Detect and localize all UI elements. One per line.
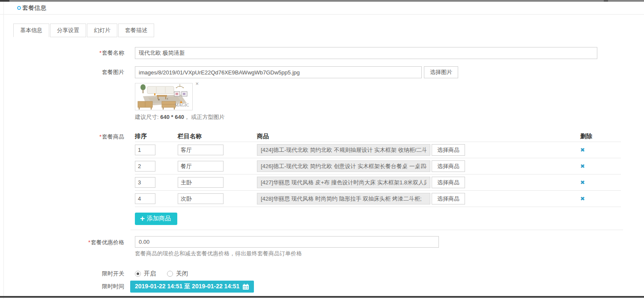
time-limit-switch-label: 限时开关 <box>0 270 124 278</box>
delete-row-icon[interactable]: ✖ <box>580 180 585 185</box>
furniture-scene-image: MAGIC <box>135 83 192 110</box>
products-table-header: 排序 栏目名称 商品 删除 <box>135 131 621 142</box>
section-divider <box>131 230 623 230</box>
radio-option-on[interactable]: 开启 <box>135 270 156 278</box>
circle-icon <box>17 6 21 10</box>
tab-package-description[interactable]: 套餐描述 <box>118 24 154 37</box>
package-image-path-input[interactable] <box>135 66 422 78</box>
radio-option-off[interactable]: 关闭 <box>167 270 188 278</box>
price-input[interactable] <box>135 236 439 248</box>
sort-input[interactable] <box>135 145 155 155</box>
product-input <box>257 160 430 172</box>
package-products-row: *套餐商品 排序 栏目名称 商品 删除 选择商品 ✖ 选择商品 ✖ <box>0 131 644 207</box>
package-image-row: 套餐图片 选择图片 <box>0 66 644 78</box>
package-image-label: 套餐图片 <box>0 68 124 76</box>
panel-left-border <box>3 2 4 299</box>
panel-header: 套餐信息 <box>0 2 644 15</box>
tab-basic-info[interactable]: 基本信息 <box>13 24 49 37</box>
sort-input[interactable] <box>135 161 155 172</box>
product-row-2: 选择商品 ✖ <box>135 158 621 175</box>
tab-bar: 基本信息 分享设置 幻灯片 套餐描述 <box>0 24 644 37</box>
choose-image-button[interactable]: 选择图片 <box>424 66 458 78</box>
package-image-thumbnail: MAGIC <box>135 83 193 110</box>
window-top-edge-dark-segment <box>0 0 9 2</box>
package-products-label: *套餐商品 <box>0 131 124 141</box>
choose-product-button[interactable]: 选择商品 <box>432 193 465 204</box>
package-price-row: *套餐优惠价格 套餐商品的现价总和减去套餐优惠价格，得出最终套餐商品订单价格 <box>0 236 644 258</box>
package-price-label: *套餐优惠价格 <box>0 236 124 246</box>
column-header-sort: 排序 <box>135 133 178 140</box>
product-row-3: 选择商品 ✖ <box>135 175 621 191</box>
delete-row-icon[interactable]: ✖ <box>580 147 585 153</box>
product-input <box>257 193 430 204</box>
choose-product-button[interactable]: 选择商品 <box>432 144 465 156</box>
product-row-4: 选择商品 ✖ <box>135 191 621 207</box>
column-header-product: 商品 <box>257 133 269 140</box>
category-input[interactable] <box>178 145 224 155</box>
page-title: 套餐信息 <box>22 4 46 12</box>
time-limit-range-label: 限时时间 <box>0 283 124 290</box>
datetime-range-button[interactable]: 2019-01-22 14:51 至 2019-01-22 14:51 <box>130 281 254 293</box>
product-input <box>257 144 430 156</box>
package-name-input[interactable] <box>135 47 597 59</box>
add-product-row: + 添加商品 <box>0 213 644 225</box>
category-input[interactable] <box>178 193 224 204</box>
sort-input[interactable] <box>135 177 155 188</box>
svg-text:MAGIC: MAGIC <box>175 103 189 107</box>
package-name-row: *套餐名称 <box>0 47 644 59</box>
remove-image-icon[interactable]: × <box>195 81 199 86</box>
package-image-thumb-row: MAGIC × <box>0 83 644 110</box>
tab-slideshow[interactable]: 幻灯片 <box>87 24 117 37</box>
tab-share-settings[interactable]: 分享设置 <box>50 24 86 37</box>
choose-product-button[interactable]: 选择商品 <box>432 177 465 188</box>
required-asterisk: * <box>99 133 101 140</box>
required-asterisk: * <box>99 50 101 56</box>
sort-input[interactable] <box>135 193 155 204</box>
plus-icon: + <box>140 214 145 222</box>
category-input[interactable] <box>178 161 224 172</box>
price-hint: 套餐商品的现价总和减去套餐优惠价格，得出最终套餐商品订单价格 <box>135 250 439 258</box>
column-header-category: 栏目名称 <box>178 133 257 140</box>
image-size-hint-row: 建议尺寸: 640 * 640， 或正方型图片 <box>0 113 644 121</box>
window-top-edge <box>0 0 644 2</box>
required-asterisk: * <box>88 239 90 246</box>
image-size-hint: 建议尺寸: 640 * 640， 或正方型图片 <box>135 113 225 121</box>
time-limit-switch-row: 限时开关 开启 关闭 <box>0 270 644 278</box>
products-table: 排序 栏目名称 商品 删除 选择商品 ✖ 选择商品 ✖ <box>135 131 621 207</box>
time-limit-range-row: 限时时间 2019-01-22 14:51 至 2019-01-22 14:51 <box>0 281 644 293</box>
radio-on-icon[interactable] <box>135 271 141 277</box>
package-name-label: *套餐名称 <box>0 49 124 57</box>
category-input[interactable] <box>178 177 224 188</box>
radio-off-icon[interactable] <box>167 271 173 277</box>
add-product-button[interactable]: + 添加商品 <box>135 213 177 225</box>
window-top-edge-notch <box>604 0 608 2</box>
choose-product-button[interactable]: 选择商品 <box>432 160 465 172</box>
window-bottom-edge <box>0 296 644 298</box>
column-header-delete: 删除 <box>580 131 592 142</box>
product-row-1: 选择商品 ✖ <box>135 142 621 158</box>
delete-row-icon[interactable]: ✖ <box>580 163 585 169</box>
delete-row-icon[interactable]: ✖ <box>580 196 585 201</box>
calendar-icon <box>242 284 249 290</box>
product-input <box>257 177 430 188</box>
